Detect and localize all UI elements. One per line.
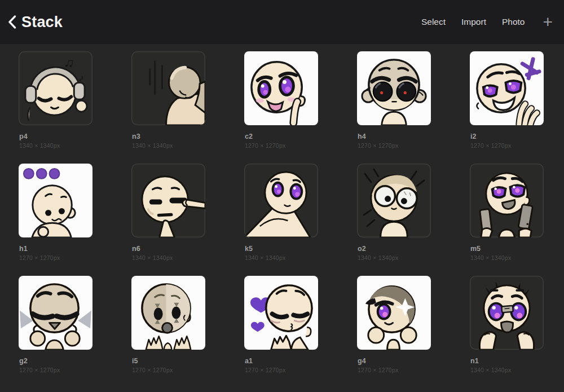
artwork-name: p4 <box>19 133 92 140</box>
artwork-dimensions: 1270 × 1270px <box>470 142 544 149</box>
artwork-dimensions: 1270 × 1270px <box>245 142 318 149</box>
artwork-item-p4[interactable]: ♫ ♪ p4 1340 × 1340px <box>19 51 92 149</box>
artwork-name: n1 <box>470 357 544 365</box>
artwork-item-a1[interactable]: a1 1270 × 1270px <box>244 276 318 373</box>
gloomy-figure-illustration <box>131 51 205 125</box>
cheek-pull-chibi-illustration <box>131 164 205 237</box>
crying-chibi-illustration <box>470 276 544 350</box>
artwork-name: i5 <box>132 357 205 365</box>
cheering-chibi-illustration <box>19 276 92 350</box>
artwork-dimensions: 1270 × 1270px <box>132 367 205 373</box>
artwork-item-c2[interactable]: c2 1270 × 1270px <box>244 51 318 149</box>
artwork-thumbnail[interactable] <box>19 164 92 237</box>
artwork-item-h4[interactable]: h4 1270 × 1270px <box>357 51 431 149</box>
artwork-thumbnail[interactable] <box>357 51 431 125</box>
artwork-dimensions: 1270 × 1270px <box>245 367 318 373</box>
reclining-chibi-illustration <box>244 164 318 237</box>
artwork-item-k5[interactable]: k5 1340 × 1340px <box>244 164 318 261</box>
chevron-left-icon <box>8 15 16 29</box>
artwork-thumbnail[interactable] <box>19 276 92 350</box>
sparkle-eye-chibi-illustration <box>357 276 431 350</box>
artwork-dimensions: 1270 × 1270px <box>358 367 431 373</box>
toolbar-actions: Select Import Photo + <box>421 15 553 29</box>
artwork-thumbnail[interactable]: ♫ ♪ <box>19 51 92 125</box>
artwork-name: h4 <box>358 133 431 140</box>
artwork-name: m5 <box>470 245 544 253</box>
headphones-chibi-illustration: ♫ ♪ <box>19 51 92 125</box>
artwork-thumbnail[interactable] <box>357 276 431 350</box>
artwork-item-i5[interactable]: i5 1270 × 1270px <box>131 276 205 373</box>
artwork-thumbnail[interactable] <box>357 164 431 237</box>
artwork-item-n1[interactable]: n1 1340 × 1340px <box>470 276 544 373</box>
artwork-dimensions: 1340 × 1340px <box>470 254 544 261</box>
artwork-item-m5[interactable]: m5 1340 × 1340px <box>470 164 544 261</box>
artwork-item-o2[interactable]: o2 1340 × 1340px <box>357 164 431 261</box>
artwork-name: a1 <box>245 357 318 365</box>
artwork-thumbnail[interactable] <box>470 164 544 237</box>
artwork-dimensions: 1340 × 1340px <box>132 254 205 261</box>
two-phones-chibi-illustration <box>470 164 544 237</box>
select-button[interactable]: Select <box>421 17 446 27</box>
gallery-screen: { "header": { "title": "Stack", "actions… <box>0 0 564 392</box>
artwork-thumbnail[interactable] <box>131 164 205 237</box>
artwork-thumbnail[interactable] <box>244 276 318 350</box>
page-title: Stack <box>21 14 63 31</box>
artwork-dimensions: 1340 × 1340px <box>245 254 318 261</box>
artwork-dimensions: 1270 × 1270px <box>19 254 92 261</box>
gallery-content: ♫ ♪ p4 1340 × 1340px <box>0 44 564 373</box>
artwork-thumbnail[interactable] <box>131 276 205 350</box>
thinking-dots-chibi-illustration <box>19 164 92 237</box>
artwork-thumbnail[interactable] <box>244 51 318 125</box>
artwork-item-i2[interactable]: i2 1270 × 1270px <box>470 51 544 149</box>
artwork-name: k5 <box>245 245 318 253</box>
artwork-name: h1 <box>19 245 92 253</box>
artwork-name: n6 <box>132 245 205 253</box>
top-toolbar: Stack Select Import Photo + <box>0 0 564 44</box>
photo-button[interactable]: Photo <box>502 17 525 27</box>
hearts-chibi-illustration <box>244 276 318 350</box>
artwork-name: n3 <box>132 133 205 140</box>
artwork-name: o2 <box>358 245 431 253</box>
artwork-name: c2 <box>245 133 318 140</box>
artwork-dimensions: 1270 × 1270px <box>358 142 431 149</box>
artwork-thumbnail[interactable] <box>244 164 318 237</box>
import-button[interactable]: Import <box>461 17 486 27</box>
dark-eyes-chibi-illustration <box>357 51 431 125</box>
clown-face-chibi-illustration <box>131 276 205 350</box>
artwork-thumbnail[interactable] <box>470 51 544 125</box>
artwork-name: g2 <box>19 357 92 365</box>
artwork-thumbnail[interactable] <box>470 276 544 350</box>
startled-chibi-illustration <box>357 164 431 237</box>
artwork-item-h1[interactable]: h1 1270 × 1270px <box>19 164 92 261</box>
artwork-item-n6[interactable]: n6 1340 × 1340px <box>131 164 205 261</box>
laughing-chibi-illustration <box>470 51 544 125</box>
artwork-dimensions: 1340 × 1340px <box>470 367 544 373</box>
artwork-grid: ♫ ♪ p4 1340 × 1340px <box>19 51 545 373</box>
add-canvas-button[interactable]: + <box>543 15 553 29</box>
artwork-dimensions: 1340 × 1340px <box>132 142 205 149</box>
artwork-item-g2[interactable]: g2 1270 × 1270px <box>19 276 92 373</box>
tongue-out-chibi-illustration <box>244 51 318 125</box>
artwork-dimensions: 1270 × 1270px <box>19 367 92 373</box>
back-button[interactable]: Stack <box>8 14 63 31</box>
artwork-name: g4 <box>358 357 431 365</box>
artwork-dimensions: 1340 × 1340px <box>19 142 92 149</box>
artwork-thumbnail[interactable] <box>131 51 205 125</box>
artwork-dimensions: 1340 × 1340px <box>358 254 431 261</box>
artwork-name: i2 <box>470 133 544 140</box>
artwork-item-n3[interactable]: n3 1340 × 1340px <box>131 51 205 149</box>
artwork-item-g4[interactable]: g4 1270 × 1270px <box>357 276 431 373</box>
